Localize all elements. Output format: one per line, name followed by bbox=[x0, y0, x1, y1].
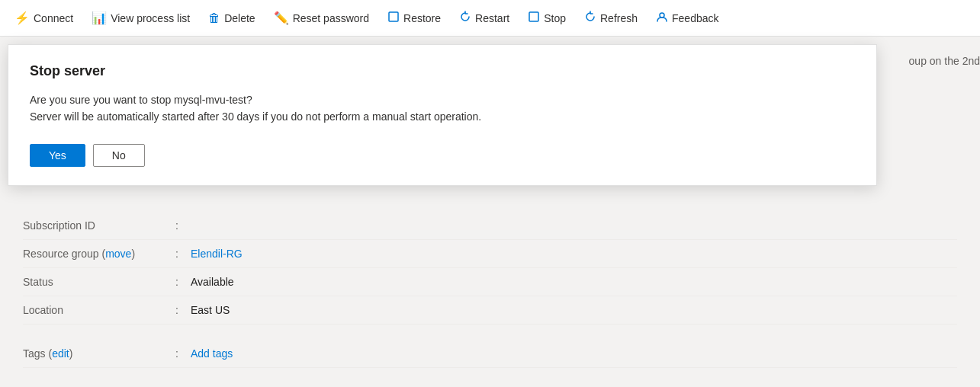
dialog-title: Stop server bbox=[30, 63, 855, 79]
toolbar-connect[interactable]: ⚡ Connect bbox=[6, 5, 82, 30]
reset-password-icon: ✏️ bbox=[274, 11, 289, 25]
svg-rect-0 bbox=[389, 12, 398, 21]
toolbar-feedback[interactable]: Feedback bbox=[647, 5, 727, 31]
restart-icon bbox=[459, 11, 471, 26]
toolbar-feedback-label: Feedback bbox=[672, 12, 718, 24]
toolbar-view-process-list[interactable]: 📊 View process list bbox=[83, 5, 198, 30]
restore-icon bbox=[387, 11, 400, 26]
dialog-message-line2: Server will be automatically started aft… bbox=[30, 110, 481, 123]
toolbar-view-process-list-label: View process list bbox=[111, 12, 190, 24]
toolbar-delete[interactable]: 🗑 Delete bbox=[200, 6, 263, 30]
no-button[interactable]: No bbox=[93, 144, 145, 167]
toolbar-restart[interactable]: Restart bbox=[451, 5, 518, 31]
svg-point-2 bbox=[660, 13, 664, 18]
svg-rect-1 bbox=[529, 12, 538, 21]
dialog-message: Are you sure you want to stop mysql-mvu-… bbox=[30, 91, 855, 126]
main-content: oup on the 2nd Stop server Are you sure … bbox=[0, 37, 980, 387]
delete-icon: 🗑 bbox=[208, 11, 220, 25]
dialog-overlay: Stop server Are you sure you want to sto… bbox=[0, 37, 980, 387]
dialog-message-line1: Are you sure you want to stop mysql-mvu-… bbox=[30, 94, 252, 106]
toolbar-connect-label: Connect bbox=[34, 12, 73, 24]
toolbar-stop-label: Stop bbox=[544, 12, 566, 24]
toolbar-delete-label: Delete bbox=[224, 12, 255, 24]
toolbar-refresh[interactable]: Refresh bbox=[576, 5, 646, 31]
stop-server-dialog: Stop server Are you sure you want to sto… bbox=[8, 44, 877, 186]
connect-icon: ⚡ bbox=[14, 11, 30, 25]
toolbar-restore[interactable]: Restore bbox=[379, 5, 449, 31]
toolbar-stop[interactable]: Stop bbox=[519, 5, 574, 31]
feedback-icon bbox=[656, 11, 668, 26]
stop-icon bbox=[528, 11, 540, 26]
toolbar: ⚡ Connect 📊 View process list 🗑 Delete ✏… bbox=[0, 0, 980, 37]
toolbar-reset-password-label: Reset password bbox=[293, 12, 369, 24]
toolbar-restart-label: Restart bbox=[475, 12, 509, 24]
refresh-icon bbox=[584, 11, 596, 26]
dialog-buttons: Yes No bbox=[30, 144, 855, 167]
yes-button[interactable]: Yes bbox=[30, 144, 85, 167]
toolbar-reset-password[interactable]: ✏️ Reset password bbox=[265, 5, 378, 30]
view-process-list-icon: 📊 bbox=[92, 11, 107, 25]
toolbar-refresh-label: Refresh bbox=[600, 12, 638, 24]
toolbar-restore-label: Restore bbox=[403, 12, 441, 24]
